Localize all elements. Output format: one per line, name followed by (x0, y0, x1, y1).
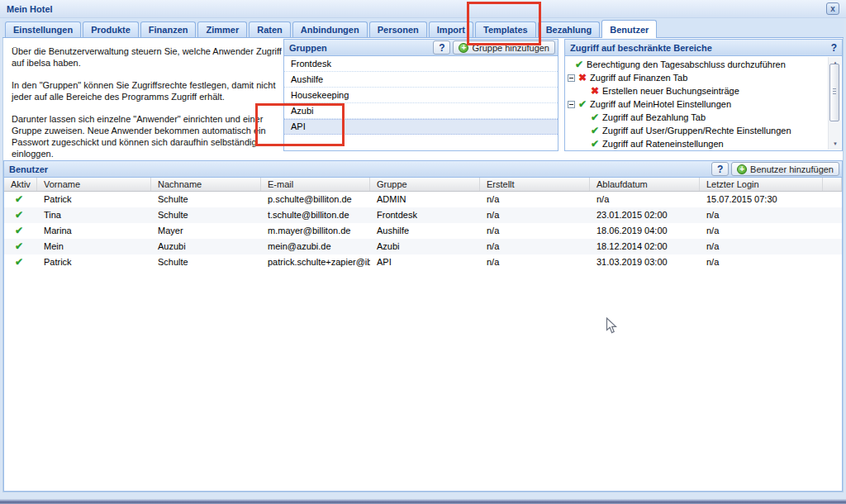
access-help-button[interactable]: ? (831, 42, 839, 54)
groups-panel-title: Gruppen (289, 43, 430, 53)
groups-panel-header: Gruppen ? + Gruppe hinzufügen (284, 40, 558, 56)
cell-nachname: Schulte (151, 192, 261, 207)
active-check-icon: ✔ (15, 225, 23, 236)
group-item-azubi[interactable]: Azubi (284, 103, 558, 119)
user-row[interactable]: ✔ Mein Auzubi mein@azubi.de Azubi n/a 18… (4, 239, 842, 254)
cell-ablaufdatum: 31.03.2019 03:00 (590, 254, 700, 270)
active-check-icon: ✔ (15, 240, 23, 252)
tab-einstellungen[interactable]: Einstellungen (5, 21, 81, 37)
granted-check-icon: ✔ (591, 126, 599, 136)
group-item-frontdesk[interactable]: Frontdesk (284, 56, 558, 72)
add-group-button[interactable]: + Gruppe hinzufügen (453, 40, 555, 55)
tab-personen[interactable]: Personen (369, 21, 427, 37)
users-panel: Benutzer ? + Benutzer hinzufügen Aktiv V… (3, 160, 843, 492)
granted-check-icon: ✔ (575, 59, 583, 69)
groups-panel: Gruppen ? + Gruppe hinzufügen Frontdesk … (283, 39, 558, 151)
tab-zimmer[interactable]: Zimmer (197, 21, 247, 37)
close-icon[interactable]: x (826, 2, 839, 15)
group-item-housekeeping[interactable]: Housekeeping (284, 88, 558, 103)
plus-icon: + (737, 164, 747, 174)
tree-item-label: Zugriff auf Rateneinstellungen (602, 139, 724, 149)
cell-email: t.schulte@billiton.de (261, 207, 370, 223)
users-grid-body: ✔ Patrick Schulte p.schulte@billiton.de … (4, 192, 842, 270)
main-tabbar: Einstellungen Produkte Finanzen Zimmer R… (2, 18, 844, 38)
tree-item-bezahlung-tab[interactable]: ✔ Zugriff auf Bezahlung Tab (565, 111, 842, 124)
tree-item-rateneinstellungen[interactable]: ✔ Zugriff auf Rateneinstellungen (565, 137, 842, 150)
scrollbar-thumb[interactable] (829, 64, 839, 121)
tab-raten[interactable]: Raten (249, 21, 291, 37)
tab-import[interactable]: Import (429, 21, 473, 37)
tree-item-meinhotel-einstellungen[interactable]: ✔ Zugriff auf MeinHotel Einstellungen (565, 97, 842, 111)
cell-gruppe: Azubi (370, 239, 480, 254)
cell-erstellt: n/a (480, 207, 590, 223)
tab-produkte[interactable]: Produkte (83, 21, 139, 37)
cell-ablaufdatum: n/a (590, 192, 700, 207)
scroll-down-icon[interactable]: ▼ (829, 138, 842, 150)
group-item-aushilfe[interactable]: Aushilfe (284, 72, 558, 88)
user-row[interactable]: ✔ Tina Schulte t.schulte@billiton.de Fro… (4, 207, 842, 223)
cell-gruppe: API (370, 254, 480, 270)
collapse-minus-icon[interactable] (568, 101, 575, 108)
tree-item-user-gruppen-rechte[interactable]: ✔ Zugriff auf User/Gruppen/Rechte Einste… (565, 124, 842, 137)
tab-anbindungen[interactable]: Anbindungen (292, 21, 368, 37)
cell-nachname: Auzubi (151, 239, 261, 254)
plus-icon: + (459, 43, 468, 53)
tree-item-finanzen-tab[interactable]: ✖ Zugriff auf Finanzen Tab (565, 71, 842, 84)
cell-vorname: Marina (37, 223, 151, 239)
column-header-gruppe[interactable]: Gruppe (370, 178, 480, 191)
tree-item-tagesabschluss[interactable]: ✔ Berechtigung den Tagesabschluss durchz… (565, 58, 842, 71)
column-header-nachname[interactable]: Nachname (151, 178, 261, 191)
tree-item-label: Zugriff auf MeinHotel Einstellungen (590, 99, 731, 109)
group-item-api[interactable]: API (284, 119, 558, 135)
cell-letzter-login: n/a (700, 239, 823, 254)
user-row[interactable]: ✔ Patrick Schulte p.schulte@billiton.de … (4, 192, 842, 207)
cell-nachname: Schulte (151, 254, 261, 270)
access-tree: ✔ Berechtigung den Tagesabschluss durchz… (565, 56, 842, 150)
intro-paragraph: Darunter lassen sich einzelne "Anwender"… (12, 113, 284, 159)
access-panel-header: Zugriff auf beschränkte Bereiche ? (565, 40, 842, 56)
add-user-button[interactable]: + Benutzer hinzufügen (731, 162, 839, 176)
cell-vorname: Tina (37, 207, 151, 223)
intro-text: Über die Benutzerverwaltung steuern Sie,… (12, 45, 284, 170)
tab-panel-body: Über die Benutzerverwaltung steuern Sie,… (2, 38, 844, 492)
granted-check-icon: ✔ (591, 139, 599, 149)
cell-vorname: Patrick (37, 192, 151, 207)
column-header-erstellt[interactable]: Erstellt (480, 178, 590, 191)
user-row[interactable]: ✔ Patrick Schulte patrick.schulte+zapier… (4, 254, 842, 270)
cell-vorname: Mein (37, 239, 151, 254)
intro-paragraph: In den "Gruppen" können Sie Zugriffsrech… (12, 79, 284, 102)
window-titlebar: Mein Hotel x (0, 0, 846, 18)
column-header-letzter-login[interactable]: Letzter Login (700, 178, 823, 191)
add-group-label: Gruppe hinzufügen (472, 43, 549, 53)
users-panel-header: Benutzer ? + Benutzer hinzufügen (4, 161, 842, 178)
tree-item-label: Zugriff auf Bezahlung Tab (602, 112, 706, 122)
collapse-minus-icon[interactable] (568, 74, 575, 82)
active-check-icon: ✔ (15, 256, 23, 268)
tab-templates[interactable]: Templates (475, 21, 536, 37)
cell-email: p.schulte@billiton.de (261, 192, 370, 207)
cell-ablaufdatum: 23.01.2015 02:00 (590, 207, 700, 223)
add-user-label: Benutzer hinzufügen (750, 164, 834, 174)
tree-item-buchungseintraege[interactable]: ✖ Erstellen neuer Buchungseinträge (565, 84, 842, 97)
cell-erstellt: n/a (480, 192, 590, 207)
user-row[interactable]: ✔ Marina Mayer m.mayer@billiton.de Aushi… (4, 223, 842, 239)
users-grid-header: Aktiv Vorname Nachname E-mail Gruppe Ers… (4, 178, 842, 192)
column-header-email[interactable]: E-mail (261, 178, 370, 191)
access-scrollbar[interactable]: ▲ ▼ (828, 57, 841, 150)
users-help-button[interactable]: ? (711, 162, 729, 176)
tab-benutzer[interactable]: Benutzer (601, 20, 657, 38)
access-panel-title: Zugriff auf beschränkte Bereiche (570, 43, 829, 53)
tab-finanzen[interactable]: Finanzen (140, 21, 197, 37)
column-header-vorname[interactable]: Vorname (37, 178, 151, 191)
tab-bezahlung[interactable]: Bezahlung (538, 21, 601, 37)
column-header-ablaufdatum[interactable]: Ablaufdatum (590, 178, 700, 191)
groups-help-button[interactable]: ? (433, 40, 450, 55)
column-header-spacer (823, 178, 842, 191)
cell-letzter-login: 15.07.2015 07:30 (700, 192, 823, 207)
tree-item-label: Erstellen neuer Buchungseinträge (602, 86, 739, 96)
column-header-aktiv[interactable]: Aktiv (4, 178, 37, 191)
tree-item-label: Zugriff auf Finanzen Tab (590, 73, 687, 83)
cell-email: m.mayer@billiton.de (261, 223, 370, 239)
cell-ablaufdatum: 18.06.2019 04:00 (590, 223, 700, 239)
cell-gruppe: Aushilfe (370, 223, 480, 239)
